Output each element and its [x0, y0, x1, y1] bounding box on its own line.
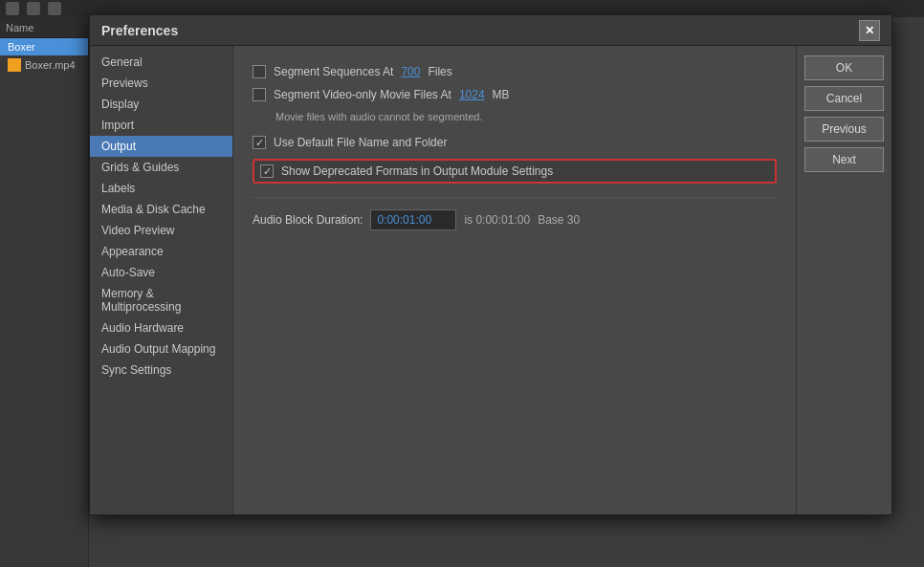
toolbar-icon-3	[48, 2, 61, 15]
previous-button[interactable]: Previous	[804, 117, 884, 142]
nav-item-labels[interactable]: Labels	[90, 178, 232, 199]
show-deprecated-checkbox[interactable]	[260, 164, 274, 178]
nav-item-sync-settings[interactable]: Sync Settings	[90, 360, 232, 381]
nav-item-media-disk-cache[interactable]: Media & Disk Cache	[90, 199, 232, 220]
segment-video-checkbox[interactable]	[253, 88, 266, 101]
segment-sequences-row: Segment Sequences At 700 Files	[253, 65, 777, 78]
nav-item-audio-output-mapping[interactable]: Audio Output Mapping	[90, 338, 232, 360]
audio-duration-input[interactable]	[370, 209, 456, 230]
segment-video-row: Segment Video-only Movie Files At 1024 M…	[253, 88, 777, 101]
nav-item-output[interactable]: Output	[90, 136, 232, 157]
audio-duration-label: Audio Block Duration:	[253, 213, 363, 227]
nav-item-grids-guides[interactable]: Grids & Guides	[90, 157, 232, 178]
nav-item-appearance[interactable]: Appearance	[90, 241, 232, 262]
segment-video-unit: MB	[493, 88, 510, 101]
ok-button[interactable]: OK	[804, 55, 884, 80]
use-default-label: Use Default File Name and Folder	[274, 136, 447, 149]
audio-duration-row: Audio Block Duration: is 0:00:01:00 Base…	[253, 209, 777, 230]
content-divider	[253, 197, 777, 198]
segment-video-label: Segment Video-only Movie Files At	[274, 88, 451, 101]
right-buttons: OK Cancel Previous Next	[796, 46, 891, 514]
nav-item-import[interactable]: Import	[90, 115, 232, 136]
left-panel-project[interactable]: Boxer	[0, 38, 88, 55]
movie-note-row: Movie files with audio cannot be segment…	[275, 111, 777, 122]
close-button[interactable]: ✕	[859, 20, 880, 41]
show-deprecated-row: Show Deprecated Formats in Output Module…	[253, 159, 777, 184]
preferences-dialog: Preferences ✕ General Previews Display I…	[89, 14, 892, 515]
segment-sequences-value[interactable]: 700	[401, 65, 420, 78]
nav-item-memory-multiprocessing[interactable]: Memory & Multiprocessing	[90, 283, 232, 317]
toolbar-icon-1	[6, 2, 19, 15]
nav-item-previews[interactable]: Previews	[90, 73, 232, 94]
segment-video-value[interactable]: 1024	[459, 88, 485, 101]
file-icon	[8, 58, 21, 72]
segment-sequences-unit: Files	[428, 65, 451, 78]
left-panel-header: Name	[0, 17, 88, 38]
nav-item-general[interactable]: General	[90, 52, 232, 73]
nav-item-audio-hardware[interactable]: Audio Hardware	[90, 317, 232, 338]
content-area: Segment Sequences At 700 Files Segment V…	[233, 46, 796, 514]
dialog-body: General Previews Display Import Output G…	[90, 46, 891, 514]
left-panel-project-label: Boxer	[8, 41, 35, 53]
segment-sequences-checkbox[interactable]	[253, 65, 266, 78]
segment-sequences-label: Segment Sequences At	[274, 65, 393, 78]
show-deprecated-label: Show Deprecated Formats in Output Module…	[281, 164, 553, 178]
use-default-checkbox[interactable]	[253, 136, 266, 149]
nav-list: General Previews Display Import Output G…	[90, 46, 233, 514]
audio-duration-note: is 0:00:01:00	[464, 213, 530, 227]
nav-item-auto-save[interactable]: Auto-Save	[90, 262, 232, 283]
toolbar-icon-2	[27, 2, 40, 15]
dialog-titlebar: Preferences ✕	[90, 15, 891, 46]
nav-item-video-preview[interactable]: Video Preview	[90, 220, 232, 241]
use-default-row: Use Default File Name and Folder	[253, 136, 777, 149]
left-panel: Name Boxer Boxer.mp4	[0, 17, 89, 567]
nav-item-display[interactable]: Display	[90, 94, 232, 115]
left-panel-file[interactable]: Boxer.mp4	[0, 55, 88, 75]
next-button[interactable]: Next	[804, 147, 884, 172]
dialog-title: Preferences	[101, 23, 178, 38]
cancel-button[interactable]: Cancel	[804, 86, 884, 111]
movie-note-text: Movie files with audio cannot be segment…	[275, 111, 482, 122]
left-panel-file-label: Boxer.mp4	[25, 59, 76, 71]
audio-duration-base: Base 30	[538, 213, 580, 227]
